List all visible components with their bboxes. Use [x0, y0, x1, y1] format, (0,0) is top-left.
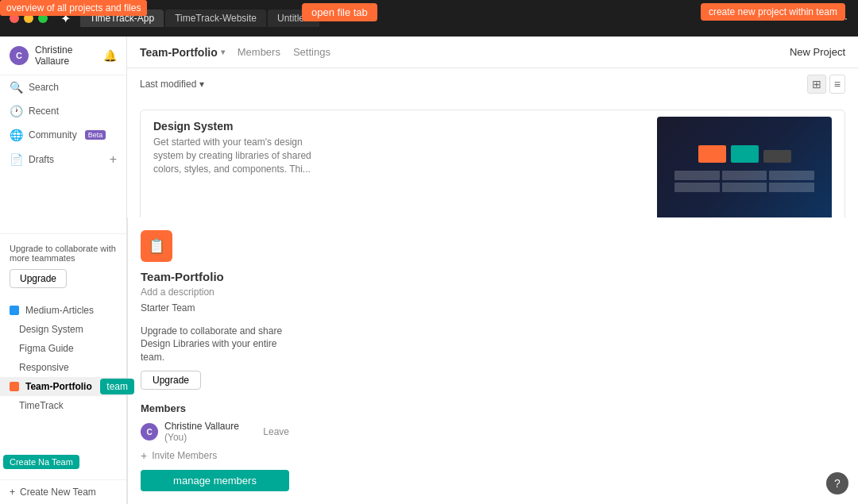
content-header: Team-Portfolio ▾ Members Settings New Pr…	[127, 37, 858, 68]
overview-annotation: overview of all projects and files	[0, 0, 147, 16]
create-team-label: Create New Team	[20, 487, 96, 498]
create-na-team-annotation: Create Na Team	[3, 455, 79, 469]
list-view-button[interactable]: ≡	[829, 75, 845, 94]
sidebar-item-recent[interactable]: 🕐 Recent	[0, 99, 126, 123]
design-system-thumbnail[interactable]: shared design system	[657, 117, 832, 217]
team-color-orange	[10, 382, 19, 391]
main-content: Team-Portfolio ▾ Members Settings New Pr…	[127, 37, 858, 217]
upgrade-panel-button[interactable]: Upgrade	[141, 371, 201, 390]
search-icon: 🔍	[10, 81, 22, 94]
team-name-big: Team-Portfolio	[141, 270, 289, 283]
sidebar-team-medium-articles[interactable]: Medium-Articles	[0, 301, 126, 320]
last-modified-chevron: ▾	[199, 79, 204, 90]
team-icon: 📋	[141, 230, 172, 262]
search-label: Search	[29, 82, 59, 93]
grid-view-button[interactable]: ⊞	[807, 75, 826, 94]
right-panel: 📋 Team-Portfolio Add a description Start…	[127, 217, 302, 504]
sidebar-item-timetrack[interactable]: TimeTrack	[0, 396, 126, 415]
design-system-header: Design System Get started with your team…	[141, 110, 657, 182]
sidebar-item-responsive[interactable]: Responsive	[0, 358, 126, 377]
content-wrapper: Team-Portfolio ▾ Members Settings New Pr…	[127, 37, 858, 504]
topbar: overview of all projects and files ✦ Tim…	[0, 0, 858, 37]
upgrade-info-text: Upgrade to collaborate and share Design …	[141, 325, 289, 364]
teams-section: Medium-Articles Design System Figma Guid…	[0, 298, 126, 418]
open-file-tab-annotation: open file tab	[302, 3, 377, 21]
last-modified-dropdown[interactable]: Last modified ▾	[140, 79, 204, 90]
create-new-team-button[interactable]: + Create New Team	[0, 479, 126, 504]
member-avatar: C	[141, 423, 158, 441]
plus-icon: +	[10, 487, 15, 498]
add-draft-icon[interactable]: +	[110, 152, 117, 167]
invite-plus-icon: +	[141, 449, 147, 462]
sidebar-item-design-system[interactable]: Design System	[0, 320, 126, 339]
header-tab-settings[interactable]: Settings	[293, 44, 330, 60]
member-row: C Christine Vallaure (You) Leave	[141, 421, 289, 443]
sidebar-item-figma-guide[interactable]: Figma Guide	[0, 339, 126, 358]
header-tab-members[interactable]: Members	[238, 44, 280, 60]
team-medium-label: Medium-Articles	[25, 305, 94, 316]
content-toolbar: Last modified ▾ ⊞ ≡	[127, 68, 858, 100]
create-new-project-annotation: create new project within team	[701, 3, 845, 21]
upgrade-text: Upgrade to collaborate with more teammat…	[10, 244, 117, 263]
help-button[interactable]: ?	[826, 472, 848, 494]
chevron-down-icon: ▾	[221, 48, 225, 56]
beta-badge: Beta	[85, 130, 106, 140]
upgrade-section: Upgrade to collaborate with more teammat…	[0, 233, 126, 298]
team-title-text: Team-Portfolio	[140, 46, 218, 59]
sidebar-item-drafts[interactable]: 📄 Drafts +	[0, 147, 126, 172]
projects-grid: Design System Get started with your team…	[127, 100, 858, 217]
starter-team-label: Starter Team	[141, 302, 289, 314]
responsive-label: Responsive	[19, 362, 69, 373]
tab-timetrack-website[interactable]: TimeTrack-Website	[165, 10, 266, 27]
main-layout: C Christine Vallaure 🔔 🔍 Search 🕐 Recent…	[0, 37, 858, 504]
invite-members-label: Invite Members	[152, 450, 217, 461]
team-portfolio-label: Team-Portfolio	[25, 381, 92, 392]
design-system-name: Design System	[153, 120, 644, 133]
design-system-desc: Get started with your team's design syst…	[153, 136, 312, 175]
add-description[interactable]: Add a description	[141, 287, 289, 298]
timetrack-label: TimeTrack	[19, 400, 64, 411]
new-project-button[interactable]: New Project	[790, 46, 845, 58]
team-color-blue	[10, 306, 19, 315]
team-annotation: team	[100, 379, 134, 394]
design-system-label: Design System	[19, 324, 83, 335]
drafts-icon: 📄	[10, 153, 22, 166]
view-toggle: ⊞ ≡	[807, 75, 845, 94]
community-label: Community	[29, 129, 77, 140]
manage-members-annotation: manage members	[141, 470, 289, 491]
upgrade-button[interactable]: Upgrade	[10, 269, 67, 288]
sidebar-item-community[interactable]: 🌐 Community Beta	[0, 123, 126, 147]
avatar: C	[10, 46, 29, 65]
member-name: Christine Vallaure (You)	[164, 421, 257, 443]
notification-icon[interactable]: 🔔	[103, 49, 117, 62]
invite-members-row[interactable]: + Invite Members	[141, 449, 289, 462]
sidebar-user: C Christine Vallaure 🔔	[0, 37, 126, 75]
design-system-card: Design System Get started with your team…	[140, 110, 845, 217]
figma-guide-label: Figma Guide	[19, 343, 74, 354]
last-modified-label: Last modified	[140, 79, 196, 90]
you-label: (You)	[164, 432, 187, 443]
members-title: Members	[141, 402, 289, 414]
recent-label: Recent	[29, 106, 59, 117]
drafts-label: Drafts	[29, 154, 54, 165]
leave-button[interactable]: Leave	[263, 426, 289, 437]
sidebar: C Christine Vallaure 🔔 🔍 Search 🕐 Recent…	[0, 37, 127, 504]
sidebar-item-search[interactable]: 🔍 Search	[0, 75, 126, 99]
community-icon: 🌐	[10, 129, 22, 141]
recent-icon: 🕐	[10, 105, 22, 117]
user-name: Christine Vallaure	[35, 44, 97, 67]
team-title[interactable]: Team-Portfolio ▾	[140, 46, 225, 59]
team-icon-symbol: 📋	[148, 237, 165, 255]
